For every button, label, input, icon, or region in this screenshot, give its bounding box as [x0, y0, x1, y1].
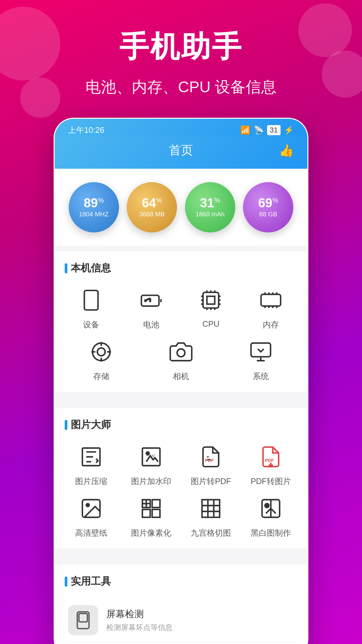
watermark-icon: W	[136, 442, 166, 472]
bw-item[interactable]: 黑白图制作	[244, 493, 298, 538]
watermark-label: 图片加水印	[131, 476, 171, 487]
device-icon	[76, 285, 106, 315]
app-header: 首页 👍	[55, 136, 307, 169]
svg-point-33	[86, 503, 89, 506]
stat-storage-label: 88 GB	[259, 211, 277, 218]
stat-cpu-value: 89%	[84, 197, 104, 209]
device-info-grid: 设备 电池	[65, 285, 297, 330]
pdf2img-icon: PDF	[256, 442, 286, 472]
storage-icon	[86, 337, 116, 367]
svg-point-46	[265, 503, 269, 507]
svg-point-23	[177, 349, 185, 357]
img2pdf-label: 图片转PDF	[191, 476, 231, 487]
svg-text:PDF: PDF	[265, 458, 274, 463]
screen-detect-icon	[68, 605, 98, 635]
stat-memory[interactable]: 64% 3668 MB	[127, 182, 177, 232]
compress-icon	[76, 442, 106, 472]
compress-label: 图片压缩	[75, 476, 107, 487]
charging-icon: ⚡	[284, 125, 294, 135]
cpu-item[interactable]: CPU	[184, 285, 238, 330]
stat-cpu-label: 1804 MHZ	[79, 211, 109, 218]
battery-display: 31	[267, 125, 281, 135]
header-subtitle: 电池、内存、CPU 设备信息	[20, 77, 342, 98]
practical-tools-section: 实用工具 屏幕检测 检测屏幕坏点等信息	[55, 565, 307, 644]
svg-rect-0	[84, 290, 98, 310]
bw-label: 黑白图制作	[251, 528, 291, 538]
svg-rect-6	[203, 292, 219, 308]
signal-icon: 📶	[240, 125, 250, 135]
device-info-grid-row2: 存储 相机	[65, 337, 297, 382]
svg-rect-24	[251, 343, 270, 357]
stat-battery[interactable]: 31% 1860 mAh	[185, 182, 235, 232]
stat-battery-label: 1860 mAh	[195, 211, 225, 218]
camera-label: 相机	[173, 371, 189, 382]
bw-icon	[256, 493, 286, 524]
device-info-title: 本机信息	[65, 261, 297, 275]
screen-detect-name: 屏幕检测	[106, 608, 294, 621]
pdf2img-item[interactable]: PDF PDF转图片	[244, 442, 298, 487]
compress-item[interactable]: 图片压缩	[65, 442, 118, 487]
svg-rect-36	[142, 509, 150, 517]
battery-label: 电池	[143, 319, 159, 330]
image-master-grid-row2: 高清壁纸	[65, 493, 297, 538]
phone-content: 89% 1804 MHZ 64% 3668 MB 31% 1860 mAh 69…	[55, 169, 307, 644]
page-title: 手机助手	[20, 27, 342, 67]
system-item[interactable]: 系统	[224, 337, 297, 382]
svg-rect-40	[202, 500, 220, 518]
grid-item[interactable]: 九宫格切图	[184, 493, 238, 538]
svg-rect-37	[152, 509, 160, 517]
stat-cpu[interactable]: 89% 1804 MHZ	[69, 182, 119, 232]
divider-2	[55, 554, 307, 559]
stat-memory-value: 64%	[142, 197, 162, 209]
device-item[interactable]: 设备	[65, 285, 118, 330]
screen-detect-info: 屏幕检测 检测屏幕坏点等信息	[106, 608, 294, 633]
camera-icon	[166, 337, 196, 367]
deco-circle-1	[0, 7, 60, 80]
title-bar-decoration	[65, 263, 67, 273]
phone-mockup: 上午10:26 📶 📡 31 ⚡ 首页 👍 89% 1804 MHZ	[54, 118, 308, 644]
img2pdf-item[interactable]: PDF 图片转PDF	[184, 442, 238, 487]
title-bar-decoration-3	[65, 577, 67, 587]
svg-point-22	[97, 348, 105, 356]
stat-battery-value: 31%	[200, 197, 220, 209]
screen-detect-item[interactable]: 屏幕检测 检测屏幕坏点等信息	[65, 598, 297, 642]
pixelate-label: 图片像素化	[131, 528, 171, 538]
stat-memory-label: 3668 MB	[139, 211, 165, 218]
svg-point-27	[146, 452, 149, 455]
storage-item[interactable]: 存储	[65, 337, 138, 382]
pdf2img-label: PDF转图片	[251, 476, 291, 487]
image-master-title: 图片大师	[65, 418, 297, 432]
system-icon	[246, 337, 276, 367]
wallpaper-item[interactable]: 高清壁纸	[65, 493, 118, 538]
memory-item[interactable]: 内存	[244, 285, 298, 330]
cpu-label: CPU	[202, 319, 220, 329]
stat-storage[interactable]: 69% 88 GB	[243, 182, 293, 232]
battery-item[interactable]: 电池	[125, 285, 178, 330]
img2pdf-icon: PDF	[196, 442, 226, 472]
device-info-section: 本机信息 设备	[55, 251, 307, 392]
app-header-title: 首页	[169, 142, 193, 159]
divider-1	[55, 397, 307, 402]
device-label: 设备	[83, 319, 99, 330]
storage-label: 存储	[93, 371, 109, 382]
svg-rect-49	[79, 613, 87, 622]
battery-icon	[136, 285, 166, 315]
camera-item[interactable]: 相机	[144, 337, 218, 382]
image-master-grid-row1: 图片压缩 W 图片加水印	[65, 442, 297, 487]
pixelate-item[interactable]: 图片像素化	[125, 493, 178, 538]
svg-rect-20	[261, 294, 281, 306]
cpu-icon	[196, 285, 226, 315]
svg-rect-7	[207, 296, 215, 304]
watermark-item[interactable]: W 图片加水印	[125, 442, 178, 487]
practical-tools-title: 实用工具	[65, 575, 297, 588]
svg-text:W: W	[150, 453, 155, 459]
stat-storage-value: 69%	[258, 197, 278, 209]
like-button[interactable]: 👍	[279, 144, 294, 158]
grid-label: 九宫格切图	[191, 528, 231, 538]
stats-section: 89% 1804 MHZ 64% 3668 MB 31% 1860 mAh 69…	[55, 169, 307, 246]
memory-label: 内存	[263, 319, 279, 330]
memory-icon	[256, 285, 286, 315]
phone-container: 上午10:26 📶 📡 31 ⚡ 首页 👍 89% 1804 MHZ	[0, 111, 362, 644]
grid-icon	[196, 493, 226, 524]
wifi-icon: 📡	[254, 125, 264, 135]
